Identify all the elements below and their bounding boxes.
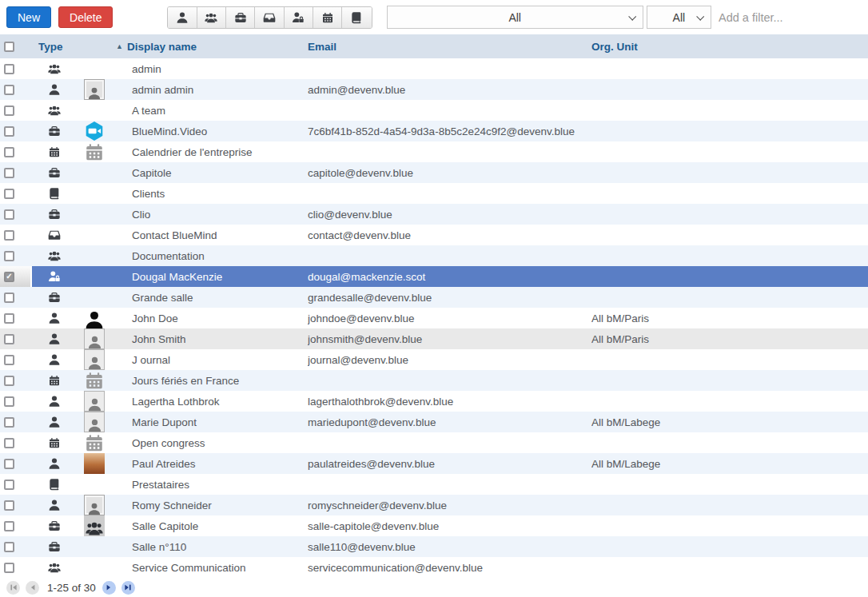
column-header-type[interactable]: Type bbox=[32, 41, 76, 53]
row-checkbox[interactable] bbox=[4, 105, 14, 116]
table-row[interactable]: John Doe johndoe@devenv.blue All bM/Pari… bbox=[0, 308, 868, 328]
display-name: Jours fériés en France bbox=[116, 375, 308, 387]
row-checkbox[interactable] bbox=[4, 480, 14, 490]
row-checkbox[interactable] bbox=[4, 251, 14, 261]
checkbox-cell bbox=[0, 100, 32, 121]
table-row[interactable]: Open congress bbox=[0, 432, 868, 453]
checkbox-cell bbox=[0, 432, 32, 453]
column-header-display-name[interactable]: ▲ Display name bbox=[116, 41, 308, 53]
entity-type-filter-group bbox=[167, 6, 372, 29]
users-filter-button[interactable] bbox=[197, 7, 226, 28]
row-checkbox[interactable] bbox=[4, 230, 14, 241]
row-checkbox[interactable] bbox=[4, 542, 14, 552]
email: servicecommunication@devenv.blue bbox=[308, 562, 591, 574]
next-page-button[interactable] bbox=[102, 581, 116, 595]
row-checkbox[interactable] bbox=[4, 64, 14, 74]
row-checkbox[interactable] bbox=[4, 376, 14, 386]
display-name: Grande salle bbox=[116, 292, 308, 304]
email: contact@devenv.blue bbox=[308, 229, 591, 241]
avatar bbox=[84, 287, 105, 308]
email: capitole@devenv.blue bbox=[308, 167, 591, 179]
table-row[interactable]: Paul Atreides paulatreides@devenv.blue A… bbox=[0, 453, 868, 474]
user-icon bbox=[176, 11, 189, 24]
table-row[interactable]: Clio clio@devenv.blue bbox=[0, 204, 868, 225]
filter-input[interactable] bbox=[711, 5, 868, 30]
group-avatar bbox=[84, 515, 105, 536]
last-page-button[interactable] bbox=[121, 581, 135, 595]
table-row[interactable]: Documentation bbox=[0, 245, 868, 266]
table-row[interactable]: Dougal MacKenzie dougal@mackenzie.scot bbox=[0, 266, 868, 287]
table-row[interactable]: Capitole capitole@devenv.blue bbox=[0, 162, 868, 183]
delete-button[interactable]: Delete bbox=[58, 6, 113, 28]
row-checkbox[interactable] bbox=[4, 334, 14, 344]
row-checkbox[interactable] bbox=[4, 168, 14, 178]
checkbox-cell bbox=[0, 495, 32, 515]
users-icon bbox=[48, 561, 61, 574]
book-filter-button[interactable] bbox=[342, 7, 371, 28]
table-row[interactable]: Lagertha Lothbrok lagerthalothbrok@deven… bbox=[0, 391, 868, 412]
table-row[interactable]: Salle n°110 salle110@devenv.blue bbox=[0, 536, 868, 557]
inbox-icon bbox=[48, 229, 61, 241]
row-checkbox[interactable] bbox=[4, 396, 14, 407]
row-checkbox[interactable] bbox=[4, 85, 14, 95]
photo-avatar bbox=[84, 453, 105, 474]
display-name: Documentation bbox=[116, 250, 308, 262]
display-name: Lagertha Lothbrok bbox=[116, 396, 308, 408]
avatar-cell bbox=[76, 79, 116, 100]
column-header-email[interactable]: Email bbox=[308, 41, 591, 53]
row-checkbox[interactable] bbox=[4, 313, 14, 324]
inbox-filter-button[interactable] bbox=[255, 7, 284, 28]
row-checkbox[interactable] bbox=[4, 209, 14, 220]
table-row[interactable]: A team bbox=[0, 100, 868, 121]
avatar bbox=[84, 100, 105, 121]
row-checkbox[interactable] bbox=[4, 126, 14, 137]
table-row[interactable]: BlueMind.Video 7c6bf41b-852d-4a54-9d3a-8… bbox=[0, 121, 868, 141]
checkbox-cell bbox=[0, 245, 32, 266]
avatar-cell bbox=[76, 204, 116, 225]
row-checkbox[interactable] bbox=[4, 438, 14, 448]
table-row[interactable]: Service Communication servicecommunicati… bbox=[0, 557, 868, 578]
table-row[interactable]: J ournal journal@devenv.blue bbox=[0, 349, 868, 370]
user-filter-button[interactable] bbox=[168, 7, 197, 28]
table-row[interactable]: Salle Capitole salle-capitole@devenv.blu… bbox=[0, 515, 868, 536]
user-icon bbox=[48, 83, 61, 96]
display-name: Service Communication bbox=[116, 562, 308, 574]
pagination-bar: 1-25 of 30 bbox=[0, 578, 868, 597]
table-row[interactable]: Jours fériés en France bbox=[0, 370, 868, 391]
row-checkbox[interactable] bbox=[4, 189, 14, 199]
domain-filter-select[interactable]: All bbox=[387, 6, 643, 29]
table-row[interactable]: Prestataires bbox=[0, 474, 868, 495]
first-page-button[interactable] bbox=[6, 581, 20, 595]
row-checkbox[interactable] bbox=[4, 272, 14, 282]
person-avatar bbox=[84, 328, 105, 349]
row-checkbox[interactable] bbox=[4, 417, 14, 428]
table-row[interactable]: John Smith johnsmith@devenv.blue All bM/… bbox=[0, 328, 868, 349]
row-checkbox[interactable] bbox=[4, 355, 14, 365]
select-all-checkbox[interactable] bbox=[4, 42, 14, 52]
new-button[interactable]: New bbox=[6, 6, 51, 28]
type-cell bbox=[32, 291, 76, 304]
type-cell bbox=[32, 270, 76, 283]
row-checkbox[interactable] bbox=[4, 521, 14, 531]
table-row[interactable]: Grande salle grandesalle@devenv.blue bbox=[0, 287, 868, 308]
table-row[interactable]: Calendrier de l'entreprise bbox=[0, 141, 868, 162]
row-checkbox[interactable] bbox=[4, 147, 14, 157]
table-row[interactable]: Marie Dupont mariedupont@devenv.blue All… bbox=[0, 412, 868, 432]
calendar-filter-button[interactable] bbox=[313, 7, 342, 28]
row-checkbox[interactable] bbox=[4, 563, 14, 573]
column-header-org-unit[interactable]: Org. Unit bbox=[591, 41, 868, 53]
table-row[interactable]: admin admin admin@devenv.blue bbox=[0, 79, 868, 100]
table-row[interactable]: admin bbox=[0, 58, 868, 79]
checkbox-cell bbox=[0, 453, 32, 474]
table-row[interactable]: Clients bbox=[0, 183, 868, 204]
table-row[interactable]: Romy Schneider romyschneider@devenv.blue bbox=[0, 495, 868, 515]
state-filter-select[interactable]: All bbox=[647, 6, 711, 29]
row-checkbox[interactable] bbox=[4, 459, 14, 469]
briefcase-filter-button[interactable] bbox=[226, 7, 255, 28]
prev-page-button[interactable] bbox=[26, 581, 39, 595]
user-lock-filter-button[interactable] bbox=[285, 7, 313, 28]
row-checkbox[interactable] bbox=[4, 293, 14, 303]
type-cell bbox=[32, 540, 76, 553]
table-row[interactable]: Contact BlueMind contact@devenv.blue bbox=[0, 225, 868, 245]
row-checkbox[interactable] bbox=[4, 500, 14, 511]
